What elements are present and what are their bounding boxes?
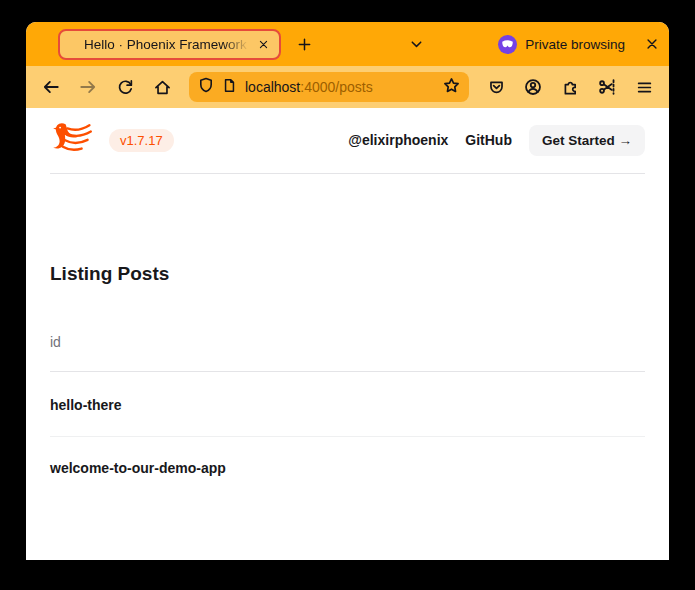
table-row[interactable]: hello-there	[50, 372, 645, 437]
private-browsing-badge: Private browsing	[498, 35, 625, 54]
tracking-shield-icon[interactable]	[198, 77, 214, 97]
account-icon[interactable]	[520, 74, 546, 100]
column-header-id: id	[50, 334, 645, 372]
navigation-toolbar: localhost:4000/posts	[26, 66, 669, 108]
posts-table: id hello-there welcome-to-our-demo-app	[50, 334, 645, 498]
firefox-window: Hello · Phoenix Framework Private browsi…	[26, 22, 669, 560]
new-tab-button[interactable]	[291, 31, 317, 57]
bookmark-star-icon[interactable]	[443, 77, 460, 98]
get-started-button[interactable]: Get Started →	[529, 125, 645, 156]
screenshot-scissors-icon[interactable]	[594, 74, 620, 100]
private-mask-icon	[498, 35, 517, 54]
nav-link-github[interactable]: GitHub	[465, 132, 512, 148]
url-text[interactable]: localhost:4000/posts	[245, 79, 435, 95]
url-bar[interactable]: localhost:4000/posts	[189, 72, 469, 102]
main-section: Listing Posts id hello-there welcome-to-…	[26, 264, 669, 498]
screenshot-stage: Hello · Phoenix Framework Private browsi…	[0, 0, 695, 590]
webpage-content: v1.7.17 @elixirphoenix GitHub Get Starte…	[26, 108, 669, 560]
site-header: v1.7.17 @elixirphoenix GitHub Get Starte…	[50, 108, 645, 174]
nav-link-elixirphoenix[interactable]: @elixirphoenix	[348, 132, 448, 148]
forward-icon[interactable]	[75, 74, 101, 100]
private-browsing-label: Private browsing	[525, 37, 625, 52]
tab-close-icon[interactable]	[254, 35, 272, 53]
window-close-icon[interactable]	[639, 31, 665, 57]
page-title: Listing Posts	[50, 264, 645, 284]
tab-title: Hello · Phoenix Framework	[84, 37, 254, 52]
extensions-puzzle-icon[interactable]	[557, 74, 583, 100]
url-path: :4000/posts	[300, 79, 372, 95]
tab-bar: Hello · Phoenix Framework Private browsi…	[26, 22, 669, 66]
pocket-icon[interactable]	[483, 74, 509, 100]
phoenix-logo-icon	[50, 119, 94, 161]
tab-active[interactable]: Hello · Phoenix Framework	[58, 29, 281, 60]
version-badge: v1.7.17	[109, 129, 174, 152]
reload-icon[interactable]	[112, 74, 138, 100]
url-host: localhost	[245, 79, 300, 95]
back-icon[interactable]	[38, 74, 64, 100]
page-info-icon[interactable]	[222, 78, 237, 97]
site-nav: @elixirphoenix GitHub Get Started →	[348, 125, 645, 156]
table-row[interactable]: welcome-to-our-demo-app	[50, 437, 645, 498]
home-icon[interactable]	[149, 74, 175, 100]
menu-hamburger-icon[interactable]	[631, 74, 657, 100]
list-tabs-chevron-icon[interactable]	[403, 31, 429, 57]
